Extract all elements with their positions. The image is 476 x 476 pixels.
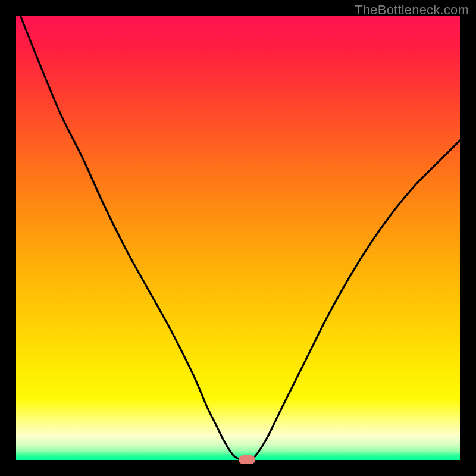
plot-area [16,16,460,460]
bottleneck-curve [16,16,460,460]
chart-container: TheBottleneck.com [0,0,476,476]
optimal-marker [239,455,255,464]
watermark-text: TheBottleneck.com [355,2,469,18]
